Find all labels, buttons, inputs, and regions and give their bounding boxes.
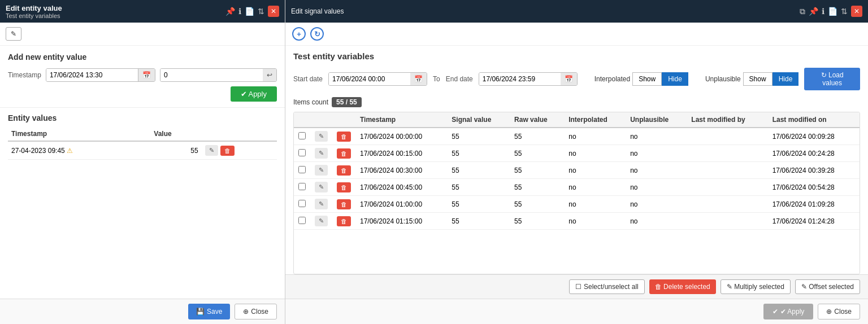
timestamp-input[interactable] (46, 69, 138, 81)
right-pin-icon[interactable]: 📌 (809, 7, 818, 16)
row-last-modified-on: 17/06/2024 00:39:28 (768, 162, 860, 179)
row-checkbox[interactable] (298, 200, 306, 207)
right-title: Edit signal values (291, 7, 344, 15)
interpolated-hide-button[interactable]: Hide (662, 72, 688, 86)
value-input[interactable] (160, 69, 263, 81)
end-calendar-button[interactable]: 📅 (561, 73, 577, 85)
add-section-title: Add new entity value (0, 46, 285, 65)
row-checkbox-cell[interactable] (294, 145, 310, 162)
row-delete-button[interactable]: 🗑 (337, 216, 351, 226)
pin-icon[interactable]: 📌 (225, 7, 235, 16)
apply-button[interactable]: ✔ Apply (231, 86, 277, 102)
right-apply-button[interactable]: ✔ ✔ Apply (763, 304, 814, 319)
timestamp-calendar-button[interactable]: 📅 (138, 69, 155, 81)
add-circle-button[interactable]: + (292, 27, 306, 41)
row-delete-button[interactable]: 🗑 (337, 182, 351, 192)
row-checkbox[interactable] (298, 132, 306, 139)
interpolated-show-button[interactable]: Show (632, 72, 662, 86)
close-bar-label: Close (251, 308, 268, 316)
row-delete-cell[interactable]: 🗑 (332, 145, 355, 162)
start-date-input[interactable] (329, 73, 410, 85)
start-calendar-button[interactable]: 📅 (410, 73, 427, 85)
info-icon[interactable]: ℹ (238, 7, 241, 16)
right-close-button[interactable]: ✕ (851, 6, 862, 17)
row-unplausible: no (626, 196, 687, 213)
end-date-input[interactable] (479, 73, 561, 85)
row-checkbox-cell[interactable] (294, 196, 310, 213)
row-edit-button[interactable]: ✎ (315, 216, 328, 226)
right-arrows-icon[interactable]: ⇅ (841, 7, 848, 16)
row-checkbox[interactable] (298, 166, 306, 173)
unplausible-hide-button[interactable]: Hide (772, 72, 799, 86)
delete-selected-button[interactable]: 🗑 Delete selected (649, 279, 716, 294)
col-interpolated: Interpolated (564, 112, 626, 128)
right-external-icon[interactable]: ⧉ (800, 7, 805, 16)
row-edit-button[interactable]: ✎ (315, 199, 328, 209)
row-delete-button[interactable]: 🗑 (337, 148, 351, 159)
row-delete-cell[interactable]: 🗑 (332, 179, 355, 196)
right-doc-icon[interactable]: 📄 (828, 7, 837, 16)
timestamp-label: Timestamp (8, 71, 41, 79)
row-delete-cell[interactable]: 🗑 (332, 196, 355, 213)
row-checkbox[interactable] (298, 183, 306, 190)
row-checkbox[interactable] (298, 149, 306, 156)
row-checkbox[interactable] (298, 217, 306, 224)
col-last-modified-by: Last modified by (687, 112, 767, 128)
row-checkbox-cell[interactable] (294, 128, 310, 145)
entity-delete-button[interactable]: 🗑 (220, 146, 235, 156)
edit-toolbar-button[interactable]: ✎ (6, 27, 21, 41)
row-raw-value: 55 (510, 196, 564, 213)
row-signal-value: 55 (447, 162, 510, 179)
items-count-badge: 55 / 55 (332, 97, 362, 107)
left-close-bar-button[interactable]: ⊕ Close (235, 304, 277, 319)
row-checkbox-cell[interactable] (294, 213, 310, 230)
arrows-icon[interactable]: ⇅ (258, 7, 264, 16)
row-interpolated: no (564, 162, 626, 179)
row-checkbox-cell[interactable] (294, 179, 310, 196)
row-delete-button[interactable]: 🗑 (337, 132, 351, 142)
refresh-circle-button[interactable]: ↻ (310, 27, 324, 41)
right-apply-label: ✔ Apply (780, 308, 805, 316)
row-delete-cell[interactable]: 🗑 (332, 162, 355, 179)
row-timestamp: 17/06/2024 00:30:00 (355, 162, 447, 179)
load-values-button[interactable]: ↻ Load values (804, 68, 860, 90)
offset-selected-button[interactable]: ✎ Offset selected (795, 279, 860, 294)
row-edit-button[interactable]: ✎ (315, 148, 328, 159)
row-raw-value: 55 (510, 145, 564, 162)
left-close-button[interactable]: ✕ (268, 6, 279, 17)
select-all-button[interactable]: ☐ Select/unselect all (569, 279, 645, 294)
end-date-group: 📅 (479, 72, 578, 86)
left-subtitle: Test entity variables (6, 12, 62, 19)
unplausible-show-button[interactable]: Show (743, 72, 772, 86)
row-delete-cell[interactable]: 🗑 (332, 213, 355, 230)
row-checkbox-cell[interactable] (294, 162, 310, 179)
right-close-icon: ⊕ (826, 308, 832, 316)
right-close-bar-button[interactable]: ⊕ Close (818, 304, 860, 319)
save-button[interactable]: 💾 Save (188, 304, 230, 319)
right-info-icon[interactable]: ℹ (822, 7, 824, 16)
row-delete-cell[interactable]: 🗑 (332, 128, 355, 145)
row-edit-button[interactable]: ✎ (315, 165, 328, 176)
signal-table-row: ✎ 🗑 17/06/2024 00:45:00 55 55 no no 17/0… (294, 179, 860, 196)
row-delete-button[interactable]: 🗑 (337, 199, 351, 209)
row-edit-cell[interactable]: ✎ (310, 128, 332, 145)
row-last-modified-on: 17/06/2024 00:54:28 (768, 179, 860, 196)
multiply-selected-button[interactable]: ✎ Multiply selected (721, 279, 791, 294)
row-edit-button[interactable]: ✎ (315, 182, 328, 192)
row-edit-button[interactable]: ✎ (315, 131, 328, 142)
entity-edit-button[interactable]: ✎ (205, 145, 218, 156)
right-apply-icon: ✔ (772, 308, 778, 316)
row-delete-button[interactable]: 🗑 (337, 165, 351, 176)
signal-table-container[interactable]: Timestamp Signal value Raw value Interpo… (293, 112, 860, 274)
col-timestamp: Timestamp (8, 127, 150, 141)
row-edit-cell[interactable]: ✎ (310, 179, 332, 196)
to-label: To (433, 75, 440, 83)
row-edit-cell[interactable]: ✎ (310, 162, 332, 179)
doc-icon[interactable]: 📄 (245, 7, 254, 16)
undo-button[interactable]: ↩ (263, 69, 276, 81)
col-raw-value: Raw value (510, 112, 564, 128)
row-edit-cell[interactable]: ✎ (310, 145, 332, 162)
row-edit-cell[interactable]: ✎ (310, 196, 332, 213)
row-edit-cell[interactable]: ✎ (310, 213, 332, 230)
left-panel: Edit entity value Test entity variables … (0, 0, 285, 324)
